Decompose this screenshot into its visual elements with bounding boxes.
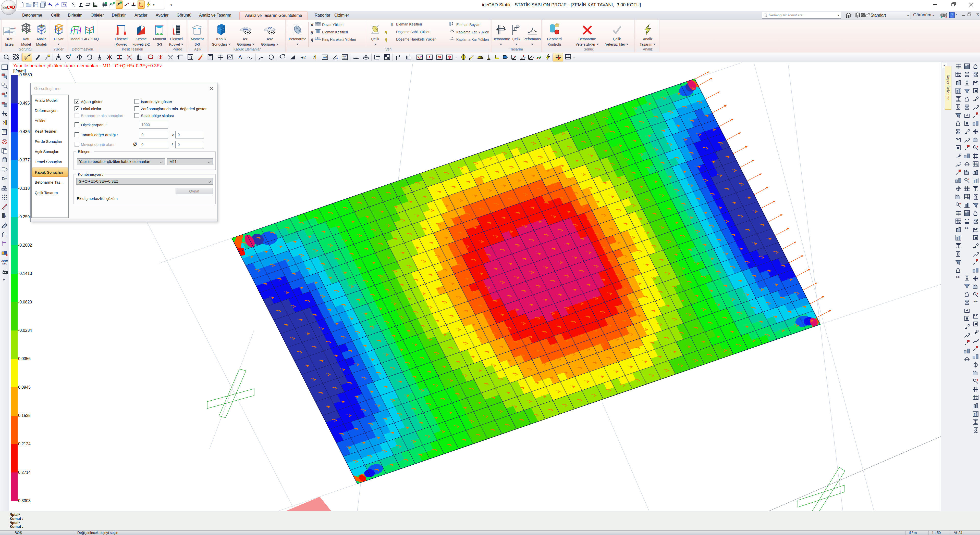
svg-text:0.0356: 0.0356: [18, 357, 30, 361]
svg-text:?: ?: [336, 58, 338, 60]
svg-text:P: P: [524, 57, 525, 59]
svg-text:+2: +2: [301, 56, 305, 60]
svg-text:-0.495: -0.495: [18, 101, 30, 105]
svg-text:-0.2592: -0.2592: [18, 215, 32, 219]
svg-text:-0.436: -0.436: [18, 130, 30, 134]
svg-text:mm²: mm²: [342, 55, 347, 57]
svg-text:-0.3181: -0.3181: [18, 186, 32, 191]
svg-text:?: ?: [532, 56, 534, 59]
svg-text:0.0945: 0.0945: [18, 385, 30, 389]
svg-text:0.2714: 0.2714: [18, 470, 30, 475]
svg-text:-0.0823: -0.0823: [18, 300, 32, 304]
svg-text:?: ?: [951, 13, 953, 17]
svg-text:-0.0234: -0.0234: [18, 328, 32, 333]
svg-text:0.2124: 0.2124: [18, 442, 30, 446]
svg-text:-0.1413: -0.1413: [18, 271, 32, 276]
svg-text:3P: 3P: [438, 56, 441, 59]
svg-text:-0.3771: -0.3771: [18, 158, 32, 162]
svg-text:?: ?: [3, 121, 5, 125]
svg-text:AUTO: AUTO: [1, 260, 8, 262]
svg-text:m²: m²: [323, 56, 327, 59]
svg-text:ABC: ABC: [2, 262, 7, 265]
svg-text:0.3303: 0.3303: [18, 498, 30, 503]
svg-text:0.1535: 0.1535: [18, 413, 30, 418]
svg-text:-0.2002: -0.2002: [18, 243, 32, 248]
svg-text:Z: Z: [428, 56, 430, 59]
svg-text:A: A: [238, 54, 242, 60]
svg-text:?: ?: [313, 56, 315, 60]
svg-text:X,Y: X,Y: [417, 56, 422, 59]
